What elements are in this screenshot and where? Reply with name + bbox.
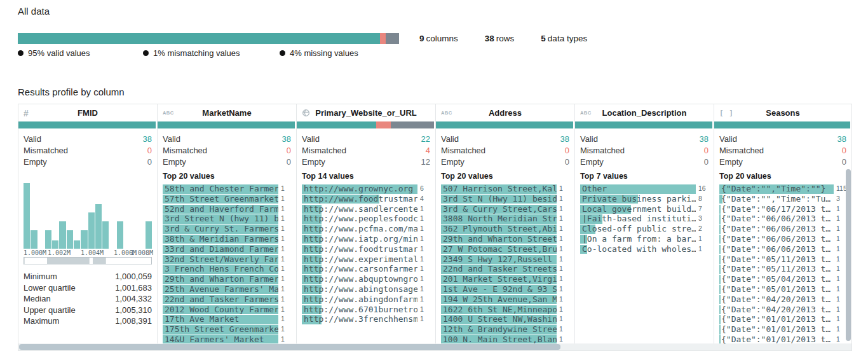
value-row[interactable]: http://www.grownyc.org6 [302, 184, 430, 194]
column-header[interactable]: ABCLocation_Description [575, 104, 714, 121]
value-row[interactable]: http://www.sandlercente…1 [302, 205, 430, 214]
all-data-quality-bar[interactable] [18, 33, 399, 44]
value-bar-area: http://www.grownyc.org [302, 184, 417, 194]
value-row[interactable]: 362 Plymouth Street,Abi…1 [441, 225, 569, 234]
value-row[interactable]: 32nd Street/Waverly Far…1 [163, 255, 291, 265]
value-row[interactable]: 3rd & Curry Street,Cars…1 [441, 205, 569, 214]
value-row[interactable]: 3rd Street N (hwy 11) b…1 [163, 214, 291, 224]
value-text: {"Date":"04/20/2013 t… [719, 305, 834, 315]
value-row[interactable]: {"Date":"04/20/2013 t…1 [719, 305, 846, 315]
value-row[interactable]: 3 French Hens French Co…1 [163, 265, 291, 274]
value-row[interactable]: 12th & Brandywine Stree…1 [441, 325, 569, 335]
value-text: 2012 Wood County Farmer… [163, 305, 278, 315]
value-row[interactable]: http://www.experimental…1 [302, 255, 430, 265]
value-row[interactable]: 22nd and Tasker Farmers…1 [163, 295, 291, 305]
value-row[interactable]: http://www.6701burnetro…1 [302, 305, 430, 315]
value-row[interactable]: 57th Street Greenmarket1 [163, 195, 291, 204]
value-row[interactable]: 27 W Potomac Street,Bru…1 [441, 245, 569, 254]
value-row[interactable]: 22nd and Tasker Streets…1 [441, 265, 569, 274]
value-row[interactable]: http://www.abquptowngro…1 [302, 275, 430, 284]
value-row[interactable]: http://www.3frenchhensm…1 [302, 315, 430, 324]
column-quality-bar[interactable] [575, 121, 712, 128]
value-row[interactable]: http://www.foodtrustmar…1 [302, 245, 430, 254]
value-row[interactable]: 194 W 25th Avenue,San M…1 [441, 295, 569, 305]
value-row[interactable]: 1622 6th St NE,Minneapo…1 [441, 305, 569, 315]
column-quality-bar[interactable] [297, 121, 434, 128]
value-row[interactable]: http://www.iatp.org/min…1 [302, 235, 430, 244]
vertical-scrollbar-thumb[interactable] [846, 169, 851, 341]
value-bar-area: 3 French Hens French Co… [163, 265, 278, 274]
value-row[interactable]: 507 Harrison Street,Kal…1 [441, 184, 569, 194]
value-row[interactable]: {"Date":"01/01/2013 t…1 [719, 335, 846, 343]
value-row[interactable]: http://www.pcfma.com/ma…1 [302, 225, 430, 234]
value-row[interactable]: {"Date":"01/01/2013 t…1 [719, 315, 846, 324]
value-row[interactable]: |Faith-based instituti…3 [580, 214, 709, 224]
value-row[interactable]: Other16 [580, 184, 709, 194]
value-row[interactable]: {"Date":"06/06/2013 t…1 [719, 245, 846, 254]
column-quality-bar[interactable] [714, 121, 850, 128]
value-text: {"Date":"06/17/2013 t… [719, 205, 834, 214]
value-row[interactable]: {"Date":"06/06/2013 t…1 [719, 214, 846, 224]
value-row[interactable]: http://www.abingtonsage…1 [302, 285, 430, 294]
value-row[interactable]: 17th Ave Market1 [163, 315, 291, 324]
value-row[interactable]: Private business parki…8 [580, 195, 709, 204]
value-count: 1 [417, 205, 424, 214]
value-count: 1 [278, 315, 285, 324]
value-row[interactable]: 33rd and Diamond Farmer…1 [163, 245, 291, 254]
value-row[interactable]: 2012 Wood County Farmer…1 [163, 305, 291, 315]
value-row[interactable]: 1400 U Street NW,Washin…1 [441, 315, 569, 324]
value-row[interactable]: 201 Market Street,Virgi…1 [441, 275, 569, 284]
value-row[interactable]: 3rd St N (Hwy 11) besid…1 [441, 195, 569, 204]
value-row[interactable]: 175th Street Greenmarket1 [163, 325, 291, 335]
value-row[interactable]: 3808 North Meridian Str…1 [441, 214, 569, 224]
value-row[interactable]: {"Date":"01/01/2013 t…1 [719, 325, 846, 335]
value-row[interactable]: http://www.abingdonfarm…1 [302, 295, 430, 305]
value-row[interactable]: http://www.carsonfarmer…1 [302, 265, 430, 274]
value-row[interactable]: 25th Avenue Farmers' Ma…1 [163, 285, 291, 294]
value-row[interactable]: 52nd and Haverford Farm…1 [163, 205, 291, 214]
value-row[interactable]: 100 N. Main Street,Blan…1 [441, 335, 569, 343]
column-header[interactable]: Primary_Website_or_URL [297, 104, 435, 121]
value-row[interactable]: |On a farm from: a bar…1 [580, 235, 709, 244]
value-row[interactable]: {"Date":"05/04/2013 t…1 [719, 275, 846, 284]
value-row[interactable]: {"Date":"05/11/2013 t…1 [719, 255, 846, 265]
value-row[interactable]: 2349 S Hwy 127,Russell …1 [441, 255, 569, 265]
value-bar-area: {"Date":"06/17/2013 t… [719, 205, 834, 214]
numeric-stat-row: Lower quartile1,001,683 [24, 282, 152, 294]
value-row[interactable]: 38th & Meridian Farmers…1 [163, 235, 291, 244]
value-row[interactable]: {"Date":"","Time":""}115 [719, 184, 846, 194]
value-row[interactable]: {"Date":"05/01/2013 t…1 [719, 285, 846, 294]
column-header[interactable]: ABCMarketName [158, 104, 296, 121]
value-row[interactable]: {"Date":"06/06/2013 t…1 [719, 225, 846, 234]
value-row[interactable]: 1st Ave - E 92nd & 93 S…1 [441, 285, 569, 294]
value-text: 3808 North Meridian Str… [441, 214, 557, 224]
value-count: 1 [278, 214, 285, 224]
value-row[interactable]: Co-located with wholes…1 [580, 245, 709, 254]
value-row[interactable]: {"Date":"","Time":"Tu…3 [719, 195, 846, 204]
value-row[interactable]: http://www.peoplesfoodc…1 [302, 214, 430, 224]
numeric-stat-value: 1,004,332 [115, 293, 152, 305]
range-selector[interactable] [24, 257, 152, 265]
value-row[interactable]: {"Date":"04/20/2013 t…1 [719, 295, 846, 305]
column-quality-bar[interactable] [436, 121, 573, 128]
value-row[interactable]: Local government build…7 [580, 205, 709, 214]
value-row[interactable]: 3rd & Curry St. Farmers…1 [163, 225, 291, 234]
fmid-histogram[interactable] [24, 183, 152, 249]
value-row[interactable]: {"Date":"05/11/2013 t…1 [719, 265, 846, 274]
column-header[interactable]: [ ]Seasons [714, 104, 851, 121]
value-row[interactable]: 58th and Chester Farmer…1 [163, 184, 291, 194]
horizontal-scrollbar-thumb[interactable] [19, 344, 560, 350]
horizontal-scrollbar[interactable] [18, 343, 851, 350]
value-bar-area: 33rd and Diamond Farmer… [163, 245, 278, 254]
value-row[interactable]: http://www.foodtrustmar…4 [302, 195, 430, 204]
value-row[interactable]: 14&U Farmers' Market1 [163, 335, 291, 343]
column-quality-bar[interactable] [158, 121, 295, 128]
column-quality-bar[interactable] [18, 121, 156, 128]
column-header[interactable]: #FMID [18, 104, 157, 121]
value-row[interactable]: {"Date":"06/17/2013 t…1 [719, 205, 846, 214]
value-row[interactable]: 29th and Wharton Street…1 [441, 235, 569, 244]
column-header[interactable]: ABCAddress [436, 104, 574, 121]
value-row[interactable]: {"Date":"06/06/2013 t…1 [719, 235, 846, 244]
value-row[interactable]: Closed-off public stre…2 [580, 225, 709, 234]
value-row[interactable]: 29th and Wharton Farmer…1 [163, 275, 291, 284]
